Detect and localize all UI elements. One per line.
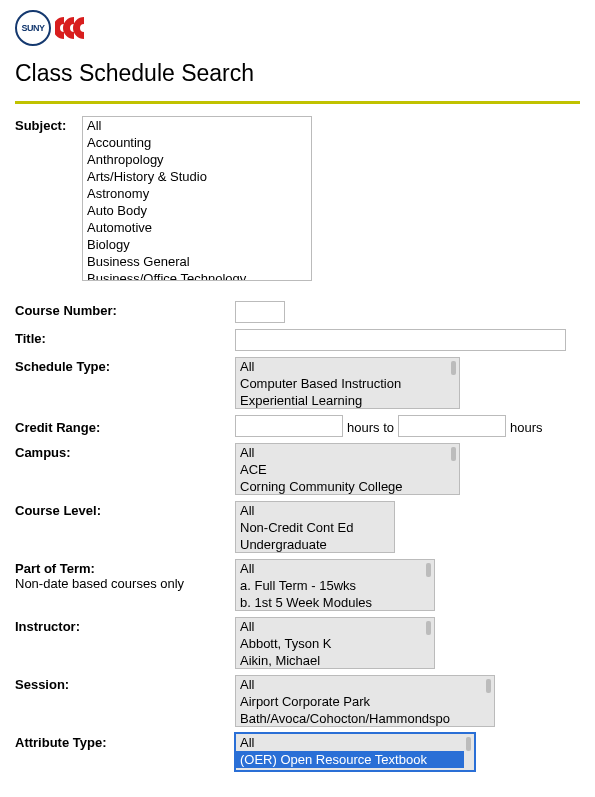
attribute-type-option[interactable]: All	[236, 734, 464, 751]
course-level-label: Course Level:	[15, 501, 235, 518]
subject-option[interactable]: Auto Body	[83, 202, 311, 219]
suny-logo: SUNY	[15, 10, 51, 46]
row-instructor: Instructor: All Abbott, Tyson K Aikin, M…	[15, 617, 580, 669]
session-option[interactable]: Bath/Avoca/Cohocton/Hammondspo	[236, 710, 484, 727]
subject-option[interactable]: Anthropology	[83, 151, 311, 168]
instructor-label: Instructor:	[15, 617, 235, 634]
subject-option[interactable]: Accounting	[83, 134, 311, 151]
title-label: Title:	[15, 329, 235, 346]
row-course-level: Course Level: All Non-Credit Cont Ed Und…	[15, 501, 580, 553]
campus-option[interactable]: All	[236, 444, 449, 461]
session-select[interactable]: All Airport Corporate Park Bath/Avoca/Co…	[235, 675, 495, 727]
row-credit-range: Credit Range: hours to hours	[15, 415, 580, 437]
course-number-label: Course Number:	[15, 301, 235, 318]
instructor-option[interactable]: All	[236, 618, 424, 635]
attribute-type-select[interactable]: All (OER) Open Resource Textbook	[235, 733, 475, 771]
course-level-select[interactable]: All Non-Credit Cont Ed Undergraduate	[235, 501, 395, 553]
page-title: Class Schedule Search	[15, 60, 580, 87]
schedule-type-select[interactable]: All Computer Based Instruction Experient…	[235, 357, 460, 409]
credit-high-input[interactable]	[398, 415, 506, 437]
credit-low-input[interactable]	[235, 415, 343, 437]
row-session: Session: All Airport Corporate Park Bath…	[15, 675, 580, 727]
session-option[interactable]: Airport Corporate Park	[236, 693, 484, 710]
subject-option[interactable]: Arts/History & Studio	[83, 168, 311, 185]
course-level-option[interactable]: Non-Credit Cont Ed	[236, 519, 394, 536]
schedule-type-option[interactable]: Computer Based Instruction	[236, 375, 449, 392]
row-campus: Campus: All ACE Corning Community Colleg…	[15, 443, 580, 495]
part-of-term-option[interactable]: All	[236, 560, 424, 577]
session-label: Session:	[15, 675, 235, 692]
title-input[interactable]	[235, 329, 566, 351]
session-option[interactable]: All	[236, 676, 484, 693]
course-number-input[interactable]	[235, 301, 285, 323]
instructor-option[interactable]: Aikin, Michael	[236, 652, 424, 669]
page: SUNY Class Schedule Search Subject: All …	[0, 0, 595, 785]
ccc-logo	[55, 17, 85, 39]
subject-select[interactable]: All Accounting Anthropology Arts/History…	[82, 116, 312, 281]
attribute-type-label: Attribute Type:	[15, 733, 235, 750]
yellow-divider	[15, 101, 580, 104]
part-of-term-option[interactable]: a. Full Term - 15wks	[236, 577, 424, 594]
course-level-option[interactable]: Undergraduate	[236, 536, 394, 553]
schedule-type-option[interactable]: Experiential Learning	[236, 392, 449, 409]
subject-option[interactable]: Astronomy	[83, 185, 311, 202]
subject-option[interactable]: Automotive	[83, 219, 311, 236]
row-course-number: Course Number:	[15, 301, 580, 323]
credit-range-label: Credit Range:	[15, 418, 235, 435]
course-level-option[interactable]: All	[236, 502, 394, 519]
logo-row: SUNY	[15, 10, 580, 46]
row-schedule-type: Schedule Type: All Computer Based Instru…	[15, 357, 580, 409]
part-of-term-label: Part of Term: Non-date based courses onl…	[15, 559, 235, 591]
subject-option[interactable]: All	[83, 117, 311, 134]
subject-option[interactable]: Biology	[83, 236, 311, 253]
instructor-option[interactable]: Abbott, Tyson K	[236, 635, 424, 652]
subject-option[interactable]: Business General	[83, 253, 311, 270]
row-part-of-term: Part of Term: Non-date based courses onl…	[15, 559, 580, 611]
campus-select[interactable]: All ACE Corning Community College	[235, 443, 460, 495]
schedule-type-option[interactable]: All	[236, 358, 449, 375]
row-subject: Subject: All Accounting Anthropology Art…	[15, 116, 580, 281]
campus-option[interactable]: ACE	[236, 461, 449, 478]
part-of-term-select[interactable]: All a. Full Term - 15wks b. 1st 5 Week M…	[235, 559, 435, 611]
row-attribute-type: Attribute Type: All (OER) Open Resource …	[15, 733, 580, 771]
hours-label: hours	[510, 417, 543, 435]
schedule-type-label: Schedule Type:	[15, 357, 235, 374]
campus-option[interactable]: Corning Community College	[236, 478, 449, 495]
part-of-term-option[interactable]: b. 1st 5 Week Modules	[236, 594, 424, 611]
campus-label: Campus:	[15, 443, 235, 460]
subject-label: Subject:	[15, 116, 82, 133]
attribute-type-option[interactable]: (OER) Open Resource Textbook	[236, 751, 464, 768]
hours-to-label: hours to	[347, 417, 394, 435]
row-title: Title:	[15, 329, 580, 351]
part-of-term-subnote: Non-date based courses only	[15, 576, 235, 591]
subject-option[interactable]: Business/Office Technology	[83, 270, 311, 281]
instructor-select[interactable]: All Abbott, Tyson K Aikin, Michael	[235, 617, 435, 669]
